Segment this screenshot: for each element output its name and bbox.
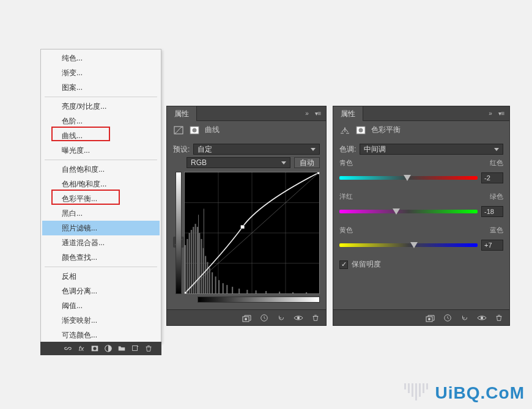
visibility-icon[interactable]: [293, 312, 304, 323]
trash-icon[interactable]: [142, 342, 155, 355]
mask-thumb-icon[interactable]: [189, 125, 200, 135]
slider-left-label: 黄色: [339, 226, 353, 235]
panel-tabbar: 属性 » ▾≡: [333, 106, 509, 121]
balance-body: 色调: 中间调 青色 红色 -2 洋红 绿色 -18: [333, 139, 509, 309]
view-previous-icon[interactable]: [442, 312, 453, 323]
reset-icon[interactable]: [276, 312, 287, 323]
menu-item-selective-color[interactable]: 可选颜色...: [42, 328, 160, 342]
svg-rect-33: [246, 290, 248, 293]
svg-rect-28: [218, 280, 220, 293]
slider-right-label: 蓝色: [490, 226, 503, 235]
cyan-red-value[interactable]: -2: [481, 172, 503, 183]
color-balance-icon: [339, 125, 350, 135]
svg-rect-15: [189, 233, 190, 293]
menu-item-threshold[interactable]: 阈值...: [42, 298, 160, 313]
properties-tab[interactable]: 属性: [333, 106, 363, 121]
panel-title-text: 色彩平衡: [371, 125, 401, 135]
properties-tab[interactable]: 属性: [167, 106, 197, 121]
menu-item-gradient[interactable]: 渐变...: [42, 65, 160, 80]
menu-item-posterize[interactable]: 色调分离...: [42, 284, 160, 298]
preserve-luminosity-checkbox[interactable]: ✓: [339, 260, 348, 269]
svg-rect-29: [223, 283, 224, 293]
menu-item-exposure[interactable]: 曝光度...: [42, 143, 160, 158]
magenta-green-slider[interactable]: [339, 210, 478, 213]
panel-tabbar: 属性 » ▾≡: [167, 106, 326, 121]
menu-separator: [45, 160, 157, 160]
menu-item-hue-saturation[interactable]: 色相/饱和度...: [42, 177, 160, 191]
svg-point-1: [93, 347, 96, 350]
svg-rect-44: [317, 172, 319, 174]
svg-rect-42: [185, 292, 187, 293]
channel-select[interactable]: RGB: [187, 157, 290, 168]
menu-item-color-balance[interactable]: 色彩平衡...: [42, 191, 160, 206]
menu-item-gradient-map[interactable]: 渐变映射...: [42, 313, 160, 328]
delete-icon[interactable]: [493, 312, 504, 323]
magenta-green-value[interactable]: -18: [481, 206, 503, 217]
auto-button[interactable]: 自动: [294, 157, 320, 168]
svg-rect-27: [215, 276, 216, 293]
menu-separator: [45, 267, 157, 267]
mask-icon[interactable]: [88, 342, 102, 355]
menu-item-solid-color[interactable]: 纯色...: [42, 51, 160, 65]
tone-select[interactable]: 中间调: [360, 144, 503, 155]
panel-menu-icon[interactable]: ▾≡: [314, 109, 322, 118]
slider-thumb[interactable]: [410, 242, 418, 248]
menu-item-color-lookup[interactable]: 颜色查找...: [42, 250, 160, 265]
preset-select[interactable]: 自定: [193, 144, 320, 155]
yellow-blue-value[interactable]: +7: [481, 240, 503, 251]
svg-rect-32: [238, 289, 240, 293]
clip-to-layer-icon[interactable]: [425, 312, 436, 323]
slider-right-label: 绿色: [490, 192, 503, 201]
watermark-decoration: [404, 383, 428, 400]
collapse-icon[interactable]: »: [303, 109, 311, 118]
slider-thumb[interactable]: [393, 208, 400, 215]
slider-thumb[interactable]: [404, 175, 411, 181]
svg-rect-19: [197, 227, 198, 293]
cyan-red-slider[interactable]: [339, 176, 478, 180]
link-icon[interactable]: [61, 342, 75, 355]
menu-item-photo-filter[interactable]: 照片滤镜...: [42, 221, 160, 235]
svg-point-50: [359, 128, 363, 132]
svg-rect-26: [212, 272, 213, 293]
menu-item-curves[interactable]: 曲线...: [42, 128, 160, 143]
menu-item-vibrance[interactable]: 自然饱和度...: [42, 162, 160, 177]
view-previous-icon[interactable]: [259, 312, 270, 323]
panel-header: 曲线: [167, 121, 326, 139]
panel-menu-icon[interactable]: ▾≡: [497, 109, 506, 118]
menu-item-black-white[interactable]: 黑白...: [42, 206, 160, 221]
delete-icon[interactable]: [310, 312, 321, 323]
adjustment-icon[interactable]: [102, 342, 115, 355]
clip-to-layer-icon[interactable]: [242, 312, 253, 323]
menu-item-invert[interactable]: 反相: [42, 269, 160, 284]
svg-rect-34: [256, 290, 257, 293]
svg-point-6: [193, 128, 197, 132]
menu-item-channel-mixer[interactable]: 通道混合器...: [42, 235, 160, 250]
svg-rect-25: [209, 268, 210, 293]
panel-footer: [167, 309, 326, 325]
svg-rect-37: [292, 292, 294, 293]
slider-left-label: 洋红: [339, 192, 353, 201]
collapse-icon[interactable]: »: [486, 109, 495, 118]
adjustment-layer-menu[interactable]: 纯色... 渐变... 图案... 亮度/对比度... 色阶... 曲线... …: [40, 49, 161, 343]
slider-block: 青色 红色 -2 洋红 绿色 -18 黄色 蓝色: [339, 158, 503, 270]
curves-graph[interactable]: [184, 172, 320, 294]
new-layer-icon[interactable]: [128, 342, 142, 355]
menu-item-pattern[interactable]: 图案...: [42, 80, 160, 95]
mask-thumb-icon[interactable]: [355, 125, 366, 135]
preserve-luminosity-label: 保留明度: [352, 259, 381, 270]
svg-rect-38: [306, 292, 307, 293]
menu-item-brightness[interactable]: 亮度/对比度...: [42, 99, 160, 114]
yellow-blue-slider[interactable]: [339, 243, 478, 247]
svg-point-54: [481, 316, 483, 319]
reset-icon[interactable]: [459, 312, 470, 323]
svg-rect-21: [201, 239, 202, 293]
svg-rect-14: [187, 239, 188, 293]
output-gradient-strip: [175, 172, 182, 294]
menu-item-levels[interactable]: 色阶...: [42, 114, 160, 128]
curves-icon: [173, 125, 184, 135]
svg-rect-30: [226, 285, 227, 293]
curves-body: 预设: 自定 RGB 自动: [167, 139, 326, 309]
folder-icon[interactable]: [115, 342, 128, 355]
visibility-icon[interactable]: [476, 312, 487, 323]
fx-icon[interactable]: fx: [75, 342, 88, 355]
